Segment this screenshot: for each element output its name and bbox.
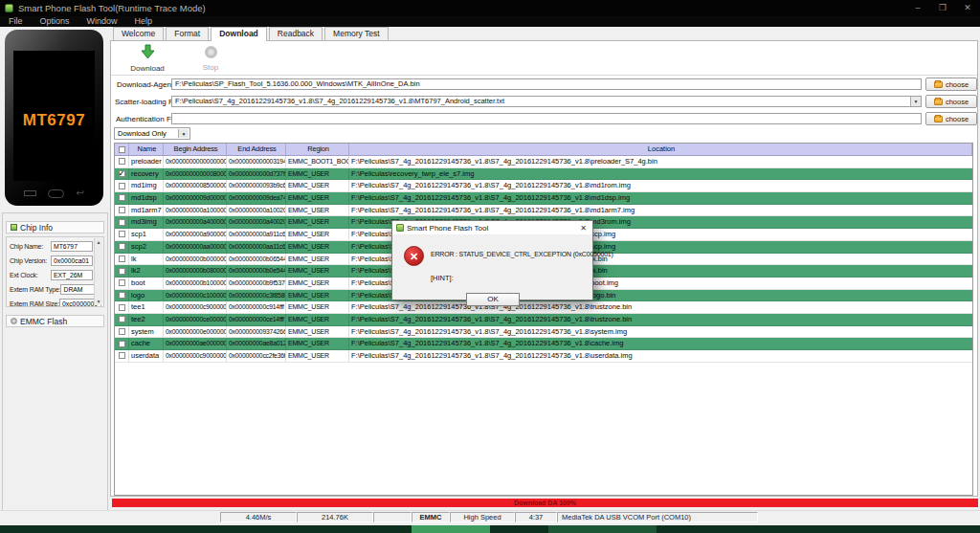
scatter-file-combo[interactable]: F:\Peliculas\S7_4g_20161229145736_v1.8\S…: [171, 96, 922, 107]
tab-readback[interactable]: Readback: [269, 27, 323, 40]
row-checkbox[interactable]: [119, 255, 125, 262]
dialog-close-icon[interactable]: ✕: [578, 224, 589, 233]
emmc-flash-icon: [11, 318, 17, 324]
header-end-address: End Address: [227, 144, 286, 155]
folder-icon: [934, 99, 943, 105]
tab-memory-test[interactable]: Memory Test: [324, 27, 389, 40]
cell-name: recovery: [129, 168, 164, 180]
row-checkbox[interactable]: [119, 316, 125, 322]
error-icon: ✕: [404, 246, 424, 266]
cell-end-address: 0x00000000ae8a012f: [227, 338, 286, 349]
menu-item-window[interactable]: Window: [78, 16, 126, 27]
scroll-down-icon[interactable]: ▼: [97, 299, 101, 304]
header-region: Region: [286, 144, 349, 155]
menu-item-help[interactable]: Help: [126, 16, 162, 27]
scatter-choose-button[interactable]: choose: [925, 95, 977, 108]
table-row-userdata[interactable]: userdata0x00000000c90000000x00000000cc2f…: [115, 350, 972, 363]
download-mode-select[interactable]: Download Only ▼: [114, 127, 190, 140]
tab-download[interactable]: Download: [211, 27, 267, 41]
auth-file-input[interactable]: [171, 113, 922, 124]
row-checkbox-cell: [115, 265, 129, 277]
row-checkbox[interactable]: [119, 219, 125, 226]
download-agent-choose-button[interactable]: choose: [925, 78, 977, 91]
close-button[interactable]: ✕: [955, 0, 980, 16]
row-checkbox[interactable]: [119, 304, 125, 311]
tab-bar: WelcomeFormatDownloadReadbackMemory Test: [113, 27, 390, 41]
cell-name: scp2: [129, 241, 164, 253]
chip-info-title: Chip Info: [20, 223, 53, 233]
emmc-flash-header[interactable]: EMMC Flash: [6, 315, 104, 327]
row-checkbox[interactable]: [119, 207, 125, 213]
table-row-tee1[interactable]: tee10x000000000c9000000x000000000c914fff…: [115, 301, 972, 314]
left-panel: Chip Info Chip Name:MT6797Chip Version:0…: [2, 212, 108, 521]
cell-region: EMMC_USER: [286, 301, 349, 313]
cell-begin-address: 0x000000000c100000: [164, 290, 227, 301]
cell-name: lk2: [129, 265, 164, 277]
cell-end-address: 0x000000000aa11c6f: [227, 241, 286, 253]
table-row-preloader[interactable]: preloader0x00000000000000000x00000000000…: [115, 156, 972, 168]
ok-button[interactable]: OK: [466, 293, 520, 306]
table-row-md1img[interactable]: md1img0x00000000085000000x00000000093b9c…: [115, 180, 972, 192]
row-checkbox[interactable]: [119, 292, 125, 299]
window-title: Smart Phone Flash Tool(Runtime Trace Mod…: [18, 3, 905, 13]
row-checkbox[interactable]: [119, 328, 125, 335]
dialog-titlebar: Smart Phone Flash Tool ✕: [392, 221, 592, 234]
download-button-label: Download: [121, 64, 174, 73]
chip-field-value: MT6797: [51, 241, 93, 252]
phone-chip-label: MT6797: [5, 111, 103, 130]
download-button[interactable]: Download: [121, 44, 174, 73]
row-checkbox[interactable]: [119, 194, 125, 201]
cell-location: F:\Peliculas\S7_4g_20161229145736_v1.8\S…: [349, 338, 972, 349]
choose-label: choose: [946, 115, 969, 123]
chip-field-label: Extern RAM Size:: [10, 300, 59, 307]
dialog-app-icon: [396, 224, 404, 232]
row-checkbox-cell: [115, 192, 129, 204]
table-row-system[interactable]: system0x000000000e0000000x00000000937426…: [115, 326, 972, 339]
scroll-up-icon[interactable]: ▲: [97, 239, 101, 245]
maximize-button[interactable]: ❐: [930, 0, 955, 16]
row-checkbox-cell: [115, 168, 129, 180]
row-checkbox[interactable]: [119, 158, 125, 165]
table-row-md1arm7[interactable]: md1arm70x000000000a1000000x000000000a100…: [115, 205, 972, 217]
phone-image: MT6797 ↩: [5, 30, 103, 206]
cell-end-address: 0x000000000a40020f: [227, 216, 286, 228]
table-row-cache[interactable]: cache0x00000000ae0000000x00000000ae8a012…: [115, 338, 972, 350]
table-row-tee2[interactable]: tee20x000000000ce000000x000000000ce14fff…: [115, 314, 972, 326]
row-checkbox[interactable]: [119, 352, 125, 359]
row-checkbox[interactable]: [119, 268, 125, 275]
cell-name: md1arm7: [129, 205, 164, 216]
cell-begin-address: 0x000000000b080000: [164, 265, 227, 277]
cell-name: boot: [129, 278, 164, 289]
scatter-dropdown-icon[interactable]: ▼: [910, 97, 921, 106]
chip-field-value: 0x0000ca01: [51, 255, 93, 266]
menu-item-options[interactable]: Options: [32, 16, 78, 27]
cell-region: EMMC_USER: [286, 314, 349, 325]
download-agent-input[interactable]: F:\Peliculas\SP_Flash_Tool_5.1636.00.000…: [171, 78, 922, 90]
row-checkbox[interactable]: [119, 279, 125, 286]
select-all-checkbox[interactable]: [119, 146, 125, 153]
menu-item-file[interactable]: File: [0, 16, 32, 27]
row-checkbox[interactable]: [119, 183, 125, 189]
cell-location: F:\Peliculas\S7_4g_20161229145736_v1.8\S…: [349, 301, 972, 313]
row-checkbox[interactable]: [119, 243, 125, 250]
tab-welcome[interactable]: Welcome: [113, 27, 164, 40]
chip-info-header[interactable]: Chip Info: [6, 221, 104, 233]
table-row-recovery[interactable]: recovery0x00000000000080000x0000000000d7…: [115, 168, 972, 181]
row-checkbox[interactable]: [119, 170, 125, 177]
row-checkbox[interactable]: [119, 231, 125, 237]
tab-format[interactable]: Format: [166, 27, 209, 40]
chip-icon: [11, 224, 17, 231]
cell-region: EMMC_USER: [286, 216, 349, 228]
cell-region: EMMC_USER: [286, 350, 349, 362]
chip-info-scrollbar[interactable]: ▲ ▼: [94, 238, 102, 305]
table-row-md1dsp[interactable]: md1dsp0x0000000009d000000x0000000009dea7…: [115, 192, 972, 205]
cell-region: EMMC_USER: [286, 254, 349, 265]
row-checkbox[interactable]: [119, 341, 125, 347]
cell-end-address: 0x00000000cc2fe36f: [227, 350, 286, 362]
minimize-button[interactable]: –: [905, 0, 930, 16]
stop-button[interactable]: Stop: [184, 44, 237, 73]
hint-message: [HINT]:: [431, 274, 454, 282]
cell-location: F:\Peliculas\recovery_twrp_ele_s7.img: [349, 168, 972, 180]
auth-choose-button[interactable]: choose: [925, 112, 977, 125]
folder-icon: [934, 81, 943, 88]
